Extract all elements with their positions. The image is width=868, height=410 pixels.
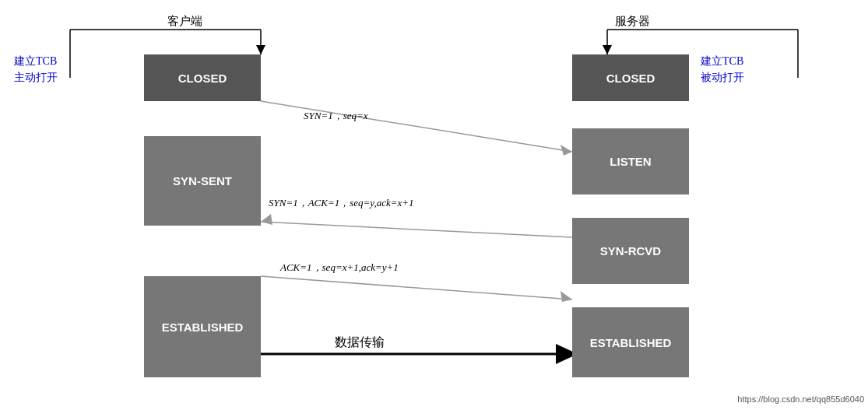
arrow3-label: ACK=1，seq=x+1,ack=y+1 — [280, 261, 399, 275]
svg-line-10 — [261, 222, 572, 237]
svg-marker-9 — [561, 145, 572, 156]
svg-line-12 — [261, 276, 572, 300]
client-closed-state: CLOSED — [144, 54, 261, 101]
svg-marker-11 — [261, 214, 272, 225]
svg-marker-3 — [256, 45, 265, 54]
server-closed-state: CLOSED — [572, 54, 689, 101]
client-side-note: 建立TCB 主动打开 — [14, 53, 58, 86]
server-side-note: 建立TCB 被动打开 — [701, 53, 744, 86]
client-syn-sent-state: SYN-SENT — [144, 136, 261, 226]
client-header-label: 客户端 — [167, 14, 202, 29]
server-header-label: 服务器 — [615, 14, 650, 29]
client-established-state: ESTABLISHED — [144, 276, 261, 377]
arrow2-label: SYN=1，ACK=1，seq=y,ack=x+1 — [269, 196, 414, 210]
server-listen-state: LISTEN — [572, 128, 689, 194]
watermark: https://blog.csdn.net/qq855d6040 — [737, 394, 864, 404]
arrow1-label: SYN=1，seq=x — [304, 109, 368, 123]
server-established-state: ESTABLISHED — [572, 307, 689, 377]
svg-marker-7 — [603, 45, 612, 54]
data-transfer-label: 数据传输 — [335, 335, 385, 351]
svg-marker-13 — [561, 291, 572, 302]
diagram-area: 客户端 服务器 建立TCB 主动打开 建立TCB 被动打开 CLOSED SYN… — [0, 0, 868, 410]
server-syn-rcvd-state: SYN-RCVD — [572, 218, 689, 284]
